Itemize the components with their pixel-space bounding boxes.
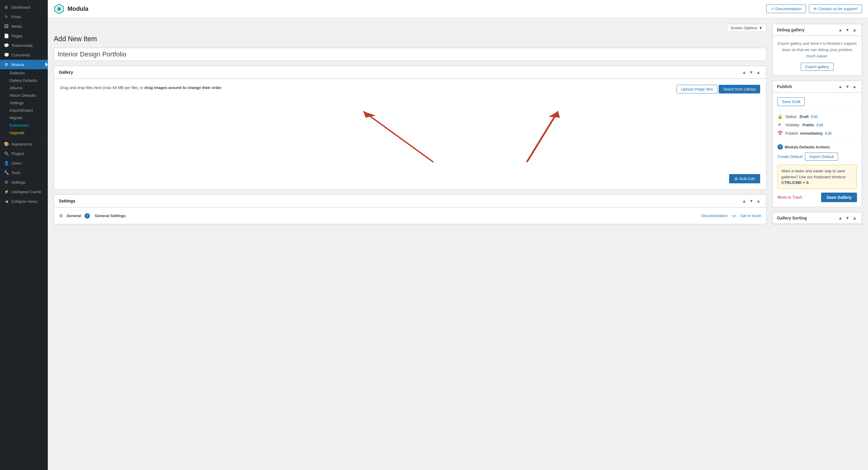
publish-panel-header: Publish ▲ ▼ ▲ (773, 81, 862, 93)
sidebar-item-albums[interactable]: Albums (4, 84, 48, 92)
gallery-sorting-controls: ▲ ▼ ▲ (837, 215, 858, 221)
defaults-actions: Create Default Import Default (777, 151, 857, 162)
gallery-panel-up-btn[interactable]: ▲ (741, 70, 747, 75)
content-wrapper: Screen Options ▼ Add New Item Gallery ▲ … (48, 18, 868, 470)
debug-down-btn[interactable]: ▼ (844, 27, 850, 33)
defaults-help-icon[interactable]: ? (777, 144, 783, 150)
annotation-arrows (60, 93, 760, 171)
sidebar-item-upgrade[interactable]: Upgrade (4, 129, 48, 136)
gallery-panel-collapse-btn[interactable]: ▲ (755, 70, 762, 75)
sidebar-item-extensions[interactable]: Extensions (4, 122, 48, 129)
dropzone-top: Drag and drop files here (max 64 MB per … (60, 85, 760, 93)
defaults-label: Modula Defaults Actions (785, 145, 830, 149)
sidebar-item-collapse[interactable]: ◀ Collapse menu (0, 196, 48, 206)
publish-panel-title: Publish (777, 84, 792, 89)
settings-contact-link[interactable]: Get in touch (740, 214, 762, 218)
publish-edit-link[interactable]: Edit (825, 131, 832, 135)
status-edit-link[interactable]: Edit (811, 114, 817, 119)
sorting-up-btn[interactable]: ▲ (837, 215, 843, 221)
debug-up-btn[interactable]: ▲ (837, 27, 843, 33)
topbar: Modula ↗ Documentation ✉ Contact us for … (48, 0, 868, 18)
sidebar-item-media[interactable]: 🖼 Media (0, 22, 48, 31)
sidebar-item-album-defaults[interactable]: Album Defaults (4, 92, 48, 99)
sidebar-item-gallery-defaults[interactable]: Gallery Defaults (4, 77, 48, 84)
gallery-panel-header: Gallery ▲ ▼ ▲ (54, 66, 766, 79)
gallery-name-input[interactable] (54, 48, 767, 61)
settings-panel-header: Settings ▲ ▼ ▲ (54, 195, 766, 208)
sidebar: ⊞ Dashboard ✎ Posts 🖼 Media 📄 Pages 💬 Te… (0, 0, 48, 470)
sidebar-item-galleries[interactable]: Galleries (4, 69, 48, 77)
sorting-collapse-btn[interactable]: ▲ (851, 215, 858, 221)
tools-icon: 🔧 (4, 170, 9, 175)
comments-icon: 💭 (4, 53, 9, 57)
sidebar-item-posts[interactable]: ✎ Posts (0, 12, 48, 22)
create-default-link[interactable]: Create Default (777, 154, 803, 159)
sidebar-item-modula[interactable]: ⚙ Modula (0, 60, 48, 69)
sidebar-item-import-export[interactable]: Import/Export (4, 106, 48, 114)
documentation-button[interactable]: ↗ Documentation (766, 4, 806, 13)
visibility-edit-link[interactable]: Edit (817, 123, 823, 127)
settings-panel-title: Settings (59, 198, 75, 203)
collapse-icon: ◀ (4, 199, 9, 203)
testimonials-icon: 💬 (4, 43, 9, 48)
main-content: Modula ↗ Documentation ✉ Contact us for … (48, 0, 868, 470)
save-draft-button[interactable]: Save Draft (777, 97, 805, 106)
upload-image-files-button[interactable]: Upload image files (677, 85, 717, 93)
svg-line-3 (364, 112, 433, 162)
settings-help-icon[interactable]: ? (85, 213, 90, 219)
support-button[interactable]: ✉ Contact us for support! (809, 4, 862, 13)
sidebar-item-pages[interactable]: 📄 Pages (0, 31, 48, 41)
publish-collapse-btn[interactable]: ▲ (851, 84, 858, 89)
status-icon: 🔒 (777, 114, 783, 119)
sidebar-item-testimonials[interactable]: 💬 Testimonials (0, 41, 48, 50)
publish-up-btn[interactable]: ▲ (837, 84, 843, 89)
sidebar-item-litespeed[interactable]: ⚡ LiteSpeed Cache (0, 187, 48, 196)
settings-general-row: ⚙ General ? General Settings Documentati… (59, 210, 762, 222)
sorting-down-btn[interactable]: ▼ (844, 215, 850, 221)
debug-description: Export gallery and send it to Modula's s… (777, 41, 857, 59)
move-to-trash-link[interactable]: Move to Trash (777, 195, 802, 199)
settings-documentation-link[interactable]: Documentation (702, 214, 727, 218)
dropzone-buttons: Upload image files Select from Library (677, 85, 760, 93)
publish-label: Publish immediately Edit (785, 131, 832, 135)
logo: Modula (54, 4, 88, 14)
settings-bottom-icon: ⚙ (4, 180, 9, 185)
screen-options-bar: Screen Options ▼ (54, 24, 767, 32)
sidebar-item-users[interactable]: 👤 Users (0, 158, 48, 168)
import-default-button[interactable]: Import Default (805, 153, 838, 161)
settings-panel-up-btn[interactable]: ▲ (741, 198, 747, 203)
bulk-edit-icon: ⊞ (735, 177, 738, 181)
gallery-panel-controls: ▲ ▼ ▲ (741, 70, 762, 75)
defaults-header: ? Modula Defaults Actions (777, 143, 857, 151)
publish-down-btn[interactable]: ▼ (844, 84, 850, 89)
mail-icon: ✉ (813, 6, 817, 11)
sidebar-item-plugins[interactable]: 🔌 Plugins (0, 149, 48, 158)
bulk-edit-button[interactable]: ⊞ Bulk Edit (729, 174, 760, 183)
appearance-icon: 🎨 (4, 142, 9, 146)
dropzone-instructions: Drag and drop files here (max 64 MB per … (60, 85, 221, 91)
gallery-sorting-title: Gallery Sorting (777, 216, 807, 220)
sidebar-item-comments[interactable]: 💭 Comments (0, 50, 48, 60)
screen-options-button[interactable]: Screen Options ▼ (727, 24, 767, 32)
publish-panel: Publish ▲ ▼ ▲ Save Draft 🔒 Status: Dr (772, 81, 862, 207)
content-main: Screen Options ▼ Add New Item Gallery ▲ … (54, 24, 767, 464)
sidebar-item-dashboard[interactable]: ⊞ Dashboard (0, 2, 48, 12)
settings-panel-collapse-btn[interactable]: ▲ (755, 198, 762, 203)
sidebar-item-migrate[interactable]: Migrate (4, 114, 48, 122)
debug-collapse-btn[interactable]: ▲ (851, 27, 858, 33)
users-icon: 👤 (4, 161, 9, 165)
sidebar-item-settings[interactable]: Settings (4, 99, 48, 106)
bulk-edit-row: ⊞ Bulk Edit (60, 171, 760, 183)
select-from-library-button[interactable]: Select from Library (719, 85, 760, 93)
gallery-panel-down-btn[interactable]: ▼ (748, 70, 754, 75)
save-gallery-button[interactable]: Save Gallery (821, 193, 857, 202)
sidebar-item-tools[interactable]: 🔧 Tools (0, 168, 48, 177)
sidebar-item-settings-bottom[interactable]: ⚙ Settings (0, 177, 48, 187)
status-label: Status: Draft Edit (785, 114, 817, 119)
settings-panel-down-btn[interactable]: ▼ (748, 198, 754, 203)
debug-gallery-panel: Debug gallery ▲ ▼ ▲ Export gallery and s… (772, 24, 862, 76)
sidebar-item-appearance[interactable]: 🎨 Appearance (0, 139, 48, 149)
general-settings-label: General Settings (95, 214, 125, 218)
export-gallery-button[interactable]: Export gallery (801, 63, 833, 71)
publish-note: Want a faster and easier way to save gal… (777, 165, 857, 189)
